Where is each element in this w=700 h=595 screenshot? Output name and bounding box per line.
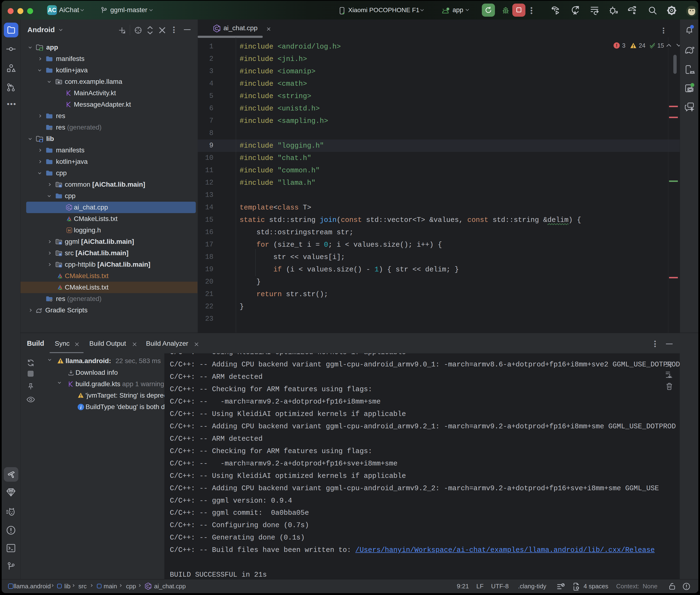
svg-text:C: C (215, 26, 218, 31)
svg-text:H: H (68, 228, 71, 232)
svg-text:C: C (67, 205, 70, 209)
svg-text:C: C (146, 584, 149, 588)
